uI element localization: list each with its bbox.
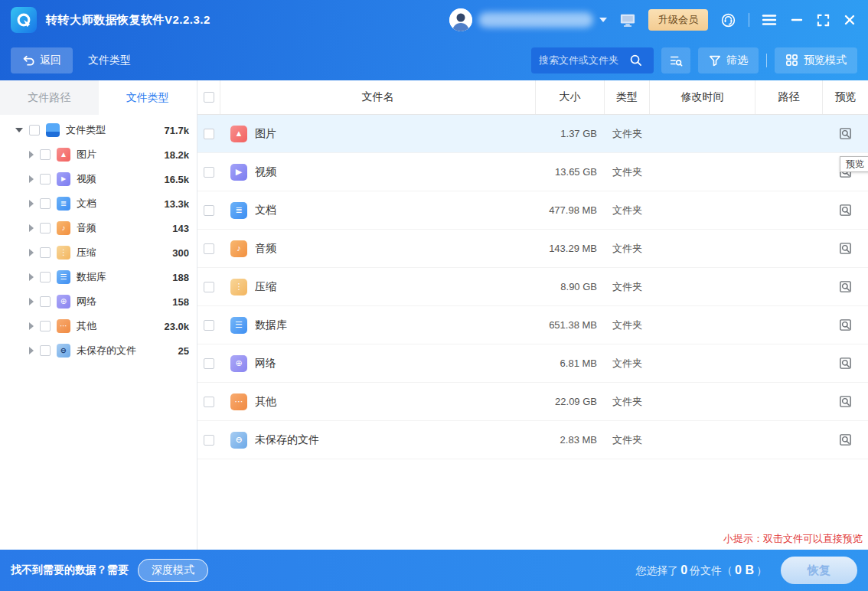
select-all-checkbox[interactable] <box>204 92 214 103</box>
column-header-preview[interactable]: 预览 <box>823 80 868 114</box>
file-size: 22.09 GB <box>536 383 605 420</box>
preview-button[interactable] <box>837 240 854 257</box>
tree-item-zip[interactable]: ⋮压缩300 <box>0 240 197 265</box>
zip-file-type-icon: ⋮ <box>57 246 70 260</box>
tree-item-db[interactable]: ☰数据库188 <box>0 265 197 289</box>
tree-item-count: 300 <box>172 247 189 259</box>
column-header-path[interactable]: 路径 <box>755 80 823 114</box>
expand-arrow-icon[interactable] <box>29 151 34 158</box>
tree-item-root[interactable]: 文件类型71.7k <box>0 118 197 142</box>
preview-button[interactable] <box>837 125 854 142</box>
undo-arrow-icon <box>22 54 34 66</box>
preview-button[interactable] <box>837 278 854 296</box>
file-type: 文件夹 <box>605 268 650 305</box>
tree-item-image[interactable]: ▲图片18.2k <box>0 142 197 167</box>
zip-file-type-icon: ⋮ <box>230 279 247 296</box>
column-header-mtime[interactable]: 修改时间 <box>650 80 755 114</box>
device-monitor-icon[interactable] <box>618 11 638 29</box>
expand-arrow-icon[interactable] <box>29 249 34 256</box>
preview-button[interactable] <box>837 354 854 372</box>
user-name-redacted[interactable] <box>478 12 593 28</box>
expand-arrow-icon[interactable] <box>29 322 34 330</box>
maximize-button[interactable] <box>815 12 831 28</box>
tab-file-path[interactable]: 文件路径 <box>0 80 99 115</box>
tree-item-video[interactable]: ▶视频16.5k <box>0 167 197 191</box>
row-checkbox[interactable] <box>204 205 214 216</box>
expand-arrow-icon[interactable] <box>29 224 34 232</box>
tree-checkbox[interactable] <box>40 174 51 184</box>
expand-arrow-icon[interactable] <box>29 175 34 183</box>
tree-item-count: 25 <box>178 345 189 357</box>
file-mtime <box>650 421 755 459</box>
row-checkbox[interactable] <box>204 435 214 446</box>
row-checkbox[interactable] <box>204 243 214 254</box>
upgrade-vip-button[interactable]: 升级会员 <box>648 9 708 31</box>
tree-checkbox[interactable] <box>40 149 51 160</box>
tree-item-unsaved[interactable]: ⊖未保存的文件25 <box>0 338 197 363</box>
row-checkbox[interactable] <box>204 282 214 292</box>
table-row-zip[interactable]: ⋮压缩8.90 GB文件夹 <box>197 268 868 306</box>
user-avatar[interactable] <box>449 8 472 31</box>
file-name-cell: ≣文档 <box>220 191 536 229</box>
table-row-image[interactable]: ▲图片1.37 GB文件夹 <box>197 115 868 153</box>
column-header-name[interactable]: 文件名 <box>220 80 536 114</box>
table-row-audio[interactable]: ♪音频143.29 MB文件夹 <box>197 230 868 268</box>
expand-arrow-icon[interactable] <box>29 273 34 281</box>
tree-item-doc[interactable]: ≣文档13.3k <box>0 191 197 216</box>
row-checkbox[interactable] <box>204 129 214 139</box>
file-type: 文件夹 <box>605 153 650 191</box>
tree-item-label: 图片 <box>77 148 96 162</box>
expand-arrow-icon[interactable] <box>29 347 34 354</box>
tree-checkbox[interactable] <box>40 296 51 307</box>
row-checkbox[interactable] <box>204 397 214 407</box>
tab-file-type[interactable]: 文件类型 <box>99 80 197 115</box>
row-checkbox[interactable] <box>204 320 214 331</box>
tree-checkbox[interactable] <box>40 345 51 356</box>
table-row-unsaved[interactable]: ⊖未保存的文件2.83 MB文件夹 <box>197 421 868 459</box>
recover-button[interactable]: 恢复 <box>781 557 857 584</box>
preview-button[interactable] <box>837 393 854 410</box>
row-checkbox[interactable] <box>204 167 214 178</box>
collapse-arrow-icon[interactable] <box>15 128 23 132</box>
tree-checkbox[interactable] <box>40 321 51 331</box>
tree-item-audio[interactable]: ♪音频143 <box>0 216 197 240</box>
tree-item-count: 16.5k <box>164 174 189 185</box>
tree-checkbox[interactable] <box>40 247 51 258</box>
preview-mode-button[interactable]: 预览模式 <box>775 47 857 73</box>
tree-checkbox[interactable] <box>29 125 40 136</box>
advanced-search-button[interactable] <box>661 47 690 73</box>
search-box[interactable] <box>531 47 654 73</box>
row-checkbox[interactable] <box>204 358 214 369</box>
table-row-web[interactable]: ⊕网络6.81 MB文件夹 <box>197 344 868 383</box>
search-input[interactable] <box>539 54 629 66</box>
close-button[interactable] <box>842 12 857 28</box>
tree-checkbox[interactable] <box>40 198 51 209</box>
table-row-db[interactable]: ☰数据库651.38 MB文件夹 <box>197 306 868 344</box>
filter-button[interactable]: 筛选 <box>698 47 759 73</box>
expand-arrow-icon[interactable] <box>29 298 34 305</box>
file-name: 未保存的文件 <box>255 433 319 447</box>
column-header-size[interactable]: 大小 <box>536 80 605 114</box>
image-file-type-icon: ▲ <box>57 148 70 162</box>
minimize-button[interactable] <box>789 12 804 28</box>
hamburger-menu-icon[interactable] <box>760 12 778 28</box>
customer-service-icon[interactable] <box>719 11 738 30</box>
expand-arrow-icon[interactable] <box>29 200 34 207</box>
preview-button[interactable] <box>837 431 854 449</box>
preview-button[interactable] <box>837 201 854 219</box>
table-row-video[interactable]: ▶视频13.65 GB文件夹 <box>197 153 868 191</box>
tree-item-other[interactable]: ⋯其他23.0k <box>0 314 197 338</box>
user-dropdown-caret-icon[interactable] <box>599 18 607 22</box>
preview-button[interactable] <box>837 316 854 334</box>
tree-item-web[interactable]: ⊕网络158 <box>0 289 197 314</box>
web-file-type-icon: ⊕ <box>57 295 70 309</box>
file-type-tree: 文件类型71.7k▲图片18.2k▶视频16.5k≣文档13.3k♪音频143⋮… <box>0 115 197 550</box>
column-header-type[interactable]: 类型 <box>605 80 650 114</box>
table-row-doc[interactable]: ≣文档477.98 MB文件夹 <box>197 191 868 230</box>
deep-mode-button[interactable]: 深度模式 <box>138 559 208 582</box>
table-row-other[interactable]: ⋯其他22.09 GB文件夹 <box>197 383 868 421</box>
toolbar-divider <box>766 54 767 67</box>
tree-checkbox[interactable] <box>40 272 51 282</box>
back-button[interactable]: 返回 <box>11 47 73 73</box>
tree-checkbox[interactable] <box>40 223 51 233</box>
